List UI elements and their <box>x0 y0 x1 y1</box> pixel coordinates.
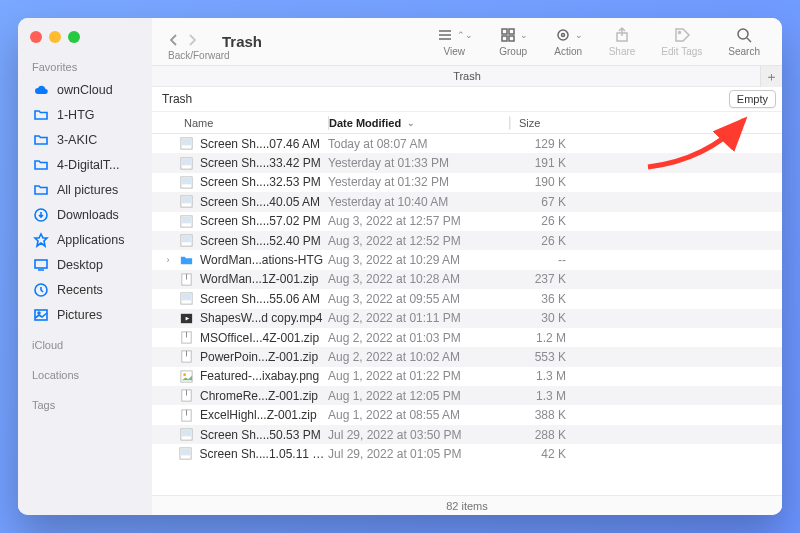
file-name: Screen Sh....32.53 PM <box>200 175 321 189</box>
group-menu[interactable]: ⌄ Group <box>491 26 536 57</box>
column-header-name[interactable]: Name <box>152 117 328 129</box>
zoom-window-button[interactable] <box>68 31 80 43</box>
sidebar-item-all-pictures[interactable]: All pictures <box>18 177 152 202</box>
file-date: Aug 2, 2022 at 01:11 PM <box>328 311 508 325</box>
search-button[interactable]: Search <box>720 26 768 57</box>
file-size: 67 K <box>508 195 578 209</box>
file-icon <box>178 349 194 365</box>
sidebar-item-applications[interactable]: Applications <box>18 227 152 252</box>
file-date: Aug 3, 2022 at 12:57 PM <box>328 214 508 228</box>
back-button[interactable] <box>166 32 182 52</box>
svg-rect-12 <box>509 36 514 41</box>
file-name: MSOfficeI...4Z-001.zip <box>200 331 319 345</box>
file-size: 42 K <box>508 447 578 461</box>
file-icon <box>178 427 194 443</box>
file-date: Jul 29, 2022 at 01:05 PM <box>328 447 508 461</box>
file-icon <box>178 330 194 346</box>
file-size: 190 K <box>508 175 578 189</box>
table-row[interactable]: ShapesW...d copy.mp4Aug 2, 2022 at 01:11… <box>152 309 782 328</box>
disclosure-icon[interactable]: › <box>164 255 172 265</box>
sidebar-item-pictures[interactable]: Pictures <box>18 302 152 327</box>
table-row[interactable]: Featured-...ixabay.pngAug 1, 2022 at 01:… <box>152 367 782 386</box>
sidebar-item-label: Pictures <box>57 308 102 322</box>
svg-rect-24 <box>181 178 190 185</box>
minimize-window-button[interactable] <box>49 31 61 43</box>
sidebar-section-tags: Tags <box>18 395 152 415</box>
table-row[interactable]: Screen Sh....57.02 PMAug 3, 2022 at 12:5… <box>152 212 782 231</box>
sidebar-item-owncloud[interactable]: ownCloud <box>18 77 152 102</box>
location-bar: Trash Empty <box>152 87 782 112</box>
svg-point-17 <box>738 29 748 39</box>
list-view-icon <box>436 26 454 44</box>
file-size: 1.3 M <box>508 369 578 383</box>
svg-line-18 <box>747 38 751 42</box>
table-row[interactable]: Screen Sh....32.53 PMYesterday at 01:32 … <box>152 173 782 192</box>
file-name: Featured-...ixabay.png <box>200 369 319 383</box>
folder-icon <box>32 131 49 148</box>
file-date: Aug 2, 2022 at 01:03 PM <box>328 331 508 345</box>
file-date: Aug 3, 2022 at 12:52 PM <box>328 234 508 248</box>
table-row[interactable]: ExcelHighl...Z-001.zipAug 1, 2022 at 08:… <box>152 405 782 424</box>
svg-rect-30 <box>181 236 190 243</box>
file-date: Yesterday at 10:40 AM <box>328 195 508 209</box>
group-label: Group <box>499 46 527 57</box>
sidebar-item-recents[interactable]: Recents <box>18 277 152 302</box>
chevron-updown-icon: ⌃⌄ <box>457 30 473 40</box>
download-icon <box>32 206 49 223</box>
file-size: 237 K <box>508 272 578 286</box>
sidebar-item-4-digitalt-[interactable]: 4-DigitalT... <box>18 152 152 177</box>
action-menu[interactable]: ⌄ Action <box>546 26 591 57</box>
main-area: Trash ⌃⌄ View ⌄ Group ⌄ Action Share Edi… <box>152 18 782 515</box>
file-icon <box>178 407 194 423</box>
view-menu[interactable]: ⌃⌄ View <box>428 26 481 57</box>
file-size: -- <box>508 253 578 267</box>
table-row[interactable]: Screen Sh....50.53 PMJul 29, 2022 at 03:… <box>152 425 782 444</box>
file-date: Today at 08:07 AM <box>328 137 508 151</box>
forward-button[interactable] <box>184 32 200 52</box>
sidebar-item-downloads[interactable]: Downloads <box>18 202 152 227</box>
table-row[interactable]: Screen Sh....07.46 AMToday at 08:07 AM12… <box>152 134 782 153</box>
close-window-button[interactable] <box>30 31 42 43</box>
path-label[interactable]: Trash <box>453 70 481 82</box>
chevron-down-icon: ⌄ <box>520 30 528 40</box>
column-header-date[interactable]: Date Modified⌄ <box>329 117 509 129</box>
file-name: Screen Sh....40.05 AM <box>200 195 320 209</box>
edit-tags-button[interactable]: Edit Tags <box>653 26 710 57</box>
empty-trash-button[interactable]: Empty <box>729 90 776 108</box>
sidebar-item-1-htg[interactable]: 1-HTG <box>18 102 152 127</box>
table-row[interactable]: ChromeRe...Z-001.zipAug 1, 2022 at 12:05… <box>152 386 782 405</box>
file-name: PowerPoin...Z-001.zip <box>200 350 318 364</box>
sidebar-item-3-akic[interactable]: 3-AKIC <box>18 127 152 152</box>
sidebar-item-desktop[interactable]: Desktop <box>18 252 152 277</box>
table-row[interactable]: Screen Sh....1.05.11 PMJul 29, 2022 at 0… <box>152 444 782 463</box>
folder-icon <box>32 156 49 173</box>
column-header-size[interactable]: Size <box>510 117 580 129</box>
table-row[interactable]: MSOfficeI...4Z-001.zipAug 2, 2022 at 01:… <box>152 328 782 347</box>
table-row[interactable]: Screen Sh....33.42 PMYesterday at 01:33 … <box>152 153 782 172</box>
sidebar-item-label: 1-HTG <box>57 108 95 122</box>
sidebar-item-label: 4-DigitalT... <box>57 158 120 172</box>
new-tab-button[interactable]: ＋ <box>760 66 782 87</box>
table-row[interactable]: WordMan...1Z-001.zipAug 3, 2022 at 10:28… <box>152 270 782 289</box>
table-row[interactable]: Screen Sh....55.06 AMAug 3, 2022 at 09:5… <box>152 289 782 308</box>
file-icon <box>178 213 194 229</box>
file-name: WordMan...ations-HTG <box>200 253 323 267</box>
table-row[interactable]: ›WordMan...ations-HTGAug 3, 2022 at 10:2… <box>152 250 782 269</box>
table-row[interactable]: Screen Sh....52.40 PMAug 3, 2022 at 12:5… <box>152 231 782 250</box>
sidebar-item-label: All pictures <box>57 183 118 197</box>
toolbar: Trash ⌃⌄ View ⌄ Group ⌄ Action Share Edi… <box>152 18 782 66</box>
file-icon <box>178 368 194 384</box>
file-name: Screen Sh....07.46 AM <box>200 137 320 151</box>
window-title: Trash <box>222 33 262 50</box>
file-size: 1.2 M <box>508 331 578 345</box>
table-row[interactable]: PowerPoin...Z-001.zipAug 2, 2022 at 10:0… <box>152 347 782 366</box>
share-button[interactable]: Share <box>601 26 644 57</box>
svg-rect-9 <box>502 29 507 34</box>
file-size: 388 K <box>508 408 578 422</box>
file-icon <box>178 252 194 268</box>
sort-descending-icon: ⌄ <box>407 118 415 128</box>
table-row[interactable]: Screen Sh....40.05 AMYesterday at 10:40 … <box>152 192 782 211</box>
file-list[interactable]: Screen Sh....07.46 AMToday at 08:07 AM12… <box>152 134 782 495</box>
action-label: Action <box>554 46 582 57</box>
file-size: 30 K <box>508 311 578 325</box>
